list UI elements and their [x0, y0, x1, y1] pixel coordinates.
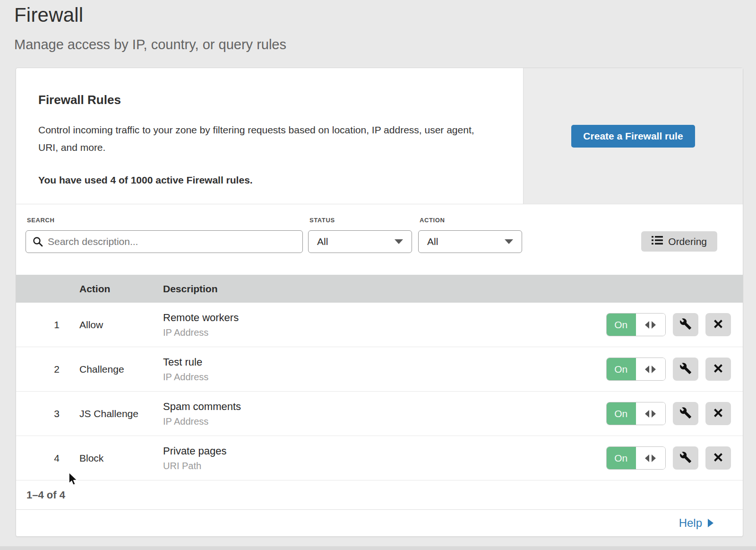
rule-controls: On	[606, 402, 743, 425]
pagination-row: 1–4 of 4	[16, 480, 743, 510]
status-filter-group: STATUS All	[308, 217, 412, 253]
rule-description-cell: Test rule IP Address	[163, 356, 606, 383]
action-label: ACTION	[420, 217, 522, 224]
arrow-right-icon	[708, 519, 713, 527]
edit-rule-button[interactable]	[673, 358, 698, 381]
column-action: Action	[79, 283, 163, 295]
rule-description: Spam comments	[163, 401, 606, 413]
rules-table-header: Action Description	[16, 275, 743, 303]
rule-match-field: URI Path	[163, 461, 606, 471]
rule-description: Remote workers	[163, 312, 606, 324]
close-icon	[713, 363, 724, 375]
search-filter-group: SEARCH	[26, 217, 303, 253]
arrow-right-icon	[652, 321, 656, 329]
toggle-on-label: On	[606, 402, 636, 425]
column-description: Description	[163, 283, 743, 295]
rule-enabled-toggle[interactable]: On	[606, 402, 666, 425]
delete-rule-button[interactable]	[705, 313, 731, 336]
rules-intro-section: Firewall Rules Control incoming traffic …	[16, 68, 743, 204]
rule-controls: On	[606, 358, 743, 381]
page-header: Firewall Manage access by IP, country, o…	[0, 0, 756, 52]
firewall-rules-card: Firewall Rules Control incoming traffic …	[16, 68, 743, 537]
rule-action: Block	[79, 453, 163, 464]
create-firewall-rule-button[interactable]: Create a Firewall rule	[571, 125, 695, 148]
arrow-left-icon	[645, 366, 649, 373]
rule-enabled-toggle[interactable]: On	[606, 446, 666, 470]
arrow-right-icon	[652, 366, 656, 373]
rule-controls: On	[606, 313, 743, 336]
rule-action: Allow	[79, 319, 163, 331]
rules-intro-text: Firewall Rules Control incoming traffic …	[16, 68, 523, 204]
ordering-button[interactable]: Ordering	[641, 231, 717, 252]
table-row: 3 JS Challenge Spam comments IP Address …	[16, 392, 743, 436]
delete-rule-button[interactable]	[705, 402, 731, 425]
table-row: 2 Challenge Test rule IP Address On	[16, 347, 743, 392]
delete-rule-button[interactable]	[705, 358, 731, 381]
rule-description-cell: Spam comments IP Address	[163, 401, 606, 427]
rule-action: JS Challenge	[79, 408, 163, 419]
toggle-on-label: On	[606, 313, 636, 336]
edit-rule-button[interactable]	[673, 313, 698, 336]
toggle-handle[interactable]	[636, 402, 666, 425]
rule-action: Challenge	[79, 364, 163, 375]
status-label: STATUS	[309, 217, 412, 224]
arrow-right-icon	[652, 454, 656, 462]
rule-enabled-toggle[interactable]: On	[606, 313, 666, 336]
rule-description-cell: Remote workers IP Address	[163, 312, 606, 338]
list-ordering-icon	[652, 236, 663, 247]
table-row: 4 Block Private pages URI Path On	[16, 436, 743, 480]
rule-enabled-toggle[interactable]: On	[606, 358, 666, 381]
arrow-left-icon	[645, 454, 649, 462]
arrow-left-icon	[645, 410, 649, 418]
rule-priority: 4	[16, 453, 79, 464]
wrench-icon	[679, 362, 692, 376]
delete-rule-button[interactable]	[705, 446, 731, 470]
rule-match-field: IP Address	[163, 327, 606, 338]
edit-rule-button[interactable]	[673, 446, 698, 470]
status-selected-value: All	[317, 236, 328, 247]
filter-bar: SEARCH STATUS All ACTION All	[16, 204, 743, 275]
wrench-icon	[679, 407, 692, 420]
close-icon	[713, 452, 724, 464]
create-rule-panel: Create a Firewall rule	[523, 68, 743, 204]
rules-usage-count: You have used 4 of 1000 active Firewall …	[38, 175, 495, 186]
rules-heading: Firewall Rules	[38, 93, 495, 107]
rule-match-field: IP Address	[163, 416, 606, 427]
page-subtitle: Manage access by IP, country, or query r…	[14, 37, 756, 52]
wrench-icon	[679, 451, 692, 465]
rule-description-cell: Private pages URI Path	[163, 445, 606, 471]
rule-controls: On	[606, 446, 743, 470]
toggle-handle[interactable]	[636, 447, 666, 469]
chevron-down-icon	[505, 239, 513, 244]
help-link-label: Help	[679, 516, 702, 530]
rules-description: Control incoming traffic to your zone by…	[38, 122, 492, 157]
wrench-icon	[679, 318, 692, 332]
rule-description: Private pages	[163, 445, 606, 457]
status-select[interactable]: All	[308, 230, 412, 253]
toggle-handle[interactable]	[636, 314, 666, 336]
help-link[interactable]: Help	[679, 516, 713, 530]
window-bottom-edge	[0, 546, 756, 550]
toggle-handle[interactable]	[636, 358, 666, 380]
rules-table-body: 1 Allow Remote workers IP Address On	[16, 303, 743, 480]
rule-description: Test rule	[163, 356, 606, 368]
action-selected-value: All	[427, 236, 438, 247]
rule-priority: 2	[16, 364, 79, 375]
search-label: SEARCH	[27, 217, 303, 224]
table-row: 1 Allow Remote workers IP Address On	[16, 303, 743, 347]
search-icon	[33, 236, 43, 249]
action-select[interactable]: All	[418, 230, 522, 253]
toggle-on-label: On	[606, 358, 636, 381]
help-row: Help	[16, 510, 743, 536]
rule-match-field: IP Address	[163, 372, 606, 383]
rule-priority: 3	[16, 408, 79, 419]
close-icon	[713, 318, 724, 331]
edit-rule-button[interactable]	[673, 402, 698, 425]
chevron-down-icon	[395, 239, 403, 244]
toggle-on-label: On	[606, 446, 636, 470]
page-title: Firewall	[14, 4, 756, 26]
close-icon	[713, 407, 724, 420]
rule-priority: 1	[16, 319, 79, 331]
search-input[interactable]	[26, 230, 303, 253]
ordering-button-label: Ordering	[668, 236, 707, 247]
